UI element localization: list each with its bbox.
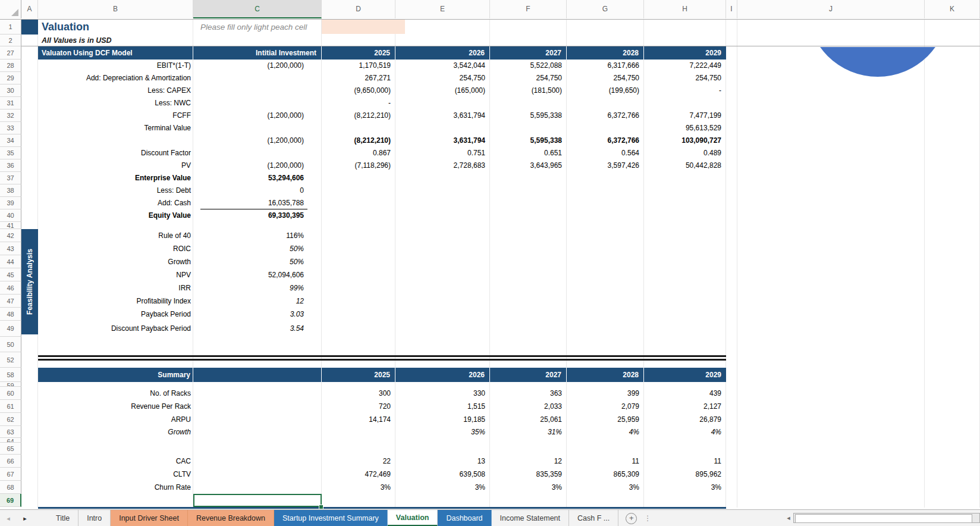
- selected-cell-outline[interactable]: [193, 494, 322, 507]
- summary-value[interactable]: 472,469: [322, 468, 395, 481]
- dcf-value[interactable]: 254,750: [395, 72, 490, 84]
- summary-value[interactable]: 22: [322, 455, 395, 468]
- feasibility-metric-label[interactable]: NPV: [38, 268, 193, 281]
- summary-row-label[interactable]: No. of Racks: [38, 387, 193, 400]
- dcf-value[interactable]: 5,595,338: [490, 109, 567, 122]
- row-header-41[interactable]: 41: [0, 222, 21, 229]
- row-header-43[interactable]: 43: [0, 242, 21, 255]
- dcf-value[interactable]: 6,372,766: [567, 109, 644, 122]
- horizontal-scrollbar-track[interactable]: [793, 513, 980, 523]
- row-header-35[interactable]: 35: [0, 147, 21, 159]
- summary-value[interactable]: 720: [322, 400, 395, 413]
- dcf-row-label[interactable]: Less: CAPEX: [38, 84, 193, 97]
- row-header-61[interactable]: 61: [0, 400, 21, 413]
- row-header-1[interactable]: 1: [0, 19, 21, 35]
- dcf-value[interactable]: (181,500): [490, 84, 567, 97]
- row-header-66[interactable]: 66: [0, 455, 21, 468]
- summary-value[interactable]: 4%: [644, 426, 726, 438]
- row-header-37[interactable]: 37: [0, 172, 21, 184]
- summary-value[interactable]: 3%: [644, 481, 726, 494]
- summary-row-label[interactable]: ARPU: [38, 413, 193, 426]
- summary-value[interactable]: 3%: [567, 481, 644, 494]
- metric-label[interactable]: Enterprise Value: [38, 172, 193, 184]
- row-header-2[interactable]: 2: [0, 35, 21, 46]
- summary-value[interactable]: 3%: [395, 481, 490, 494]
- summary-value[interactable]: 14,174: [322, 413, 395, 426]
- summary-value[interactable]: 26,879: [644, 413, 726, 426]
- summary-year-header-2027[interactable]: 2027: [490, 368, 567, 382]
- dcf-table-title[interactable]: Valuaton Using DCF Model: [38, 46, 193, 60]
- dcf-value[interactable]: 5,595,338: [490, 134, 567, 147]
- column-header-h[interactable]: H: [644, 0, 726, 18]
- feasibility-metric-value[interactable]: 12: [193, 295, 322, 308]
- column-header-g[interactable]: G: [567, 0, 644, 18]
- summary-row-label[interactable]: Churn Rate: [38, 481, 193, 494]
- summary-value[interactable]: 439: [644, 387, 726, 400]
- summary-year-header-2029[interactable]: 2029: [644, 368, 726, 382]
- row-header-67[interactable]: 67: [0, 468, 21, 481]
- row-header-32[interactable]: 32: [0, 109, 21, 122]
- feasibility-metric-value[interactable]: 99%: [193, 281, 322, 295]
- feasibility-metric-label[interactable]: Rule of 40: [38, 229, 193, 242]
- row-header-42[interactable]: 42: [0, 229, 21, 242]
- metric-value[interactable]: 0: [193, 184, 322, 197]
- add-sheet-icon[interactable]: +: [626, 513, 637, 524]
- dcf-value[interactable]: 3,542,044: [395, 60, 490, 72]
- summary-value[interactable]: 835,359: [490, 468, 567, 481]
- summary-header-spacer[interactable]: [193, 368, 322, 382]
- summary-value[interactable]: 330: [395, 387, 490, 400]
- select-all-corner[interactable]: [0, 0, 21, 18]
- dcf-year-header-2029[interactable]: 2029: [644, 46, 726, 60]
- dcf-row-label[interactable]: Terminal Value: [38, 122, 193, 134]
- sheet-tab-input-driver-sheet[interactable]: Input Driver Sheet: [111, 510, 188, 526]
- feasibility-metric-value[interactable]: 3.54: [193, 321, 322, 337]
- row-header-58[interactable]: 58: [0, 368, 21, 382]
- row-header-28[interactable]: 28: [0, 60, 21, 72]
- summary-value[interactable]: 19,185: [395, 413, 490, 426]
- dcf-value[interactable]: 95,613,529: [644, 122, 726, 134]
- dcf-initial-value[interactable]: (1,200,000): [193, 60, 322, 72]
- summary-row-label[interactable]: Revenue Per Rack: [38, 400, 193, 413]
- feasibility-metric-label[interactable]: Payback Period: [38, 308, 193, 321]
- summary-row-label[interactable]: CLTV: [38, 468, 193, 481]
- dcf-value[interactable]: -: [322, 97, 395, 109]
- metric-label[interactable]: Equity Value: [38, 209, 193, 222]
- dcf-value[interactable]: 254,750: [644, 72, 726, 84]
- dcf-value[interactable]: 0.489: [644, 147, 726, 159]
- tab-nav-right-icon[interactable]: ▸: [17, 510, 33, 526]
- summary-year-header-2025[interactable]: 2025: [322, 368, 395, 382]
- dcf-value[interactable]: 3,631,794: [395, 109, 490, 122]
- summary-value[interactable]: 11: [567, 455, 644, 468]
- row-header-44[interactable]: 44: [0, 255, 21, 268]
- feasibility-metric-value[interactable]: 3.03: [193, 308, 322, 321]
- feasibility-metric-value[interactable]: 52,094,606: [193, 268, 322, 281]
- dcf-value[interactable]: 254,750: [490, 72, 567, 84]
- summary-table-title[interactable]: Summary: [38, 368, 193, 382]
- dcf-year-header-2027[interactable]: 2027: [490, 46, 567, 60]
- dcf-value[interactable]: (199,650): [567, 84, 644, 97]
- summary-value[interactable]: 865,309: [567, 468, 644, 481]
- column-header-i[interactable]: I: [726, 0, 737, 18]
- dcf-value[interactable]: 7,477,199: [644, 109, 726, 122]
- dcf-value[interactable]: (8,212,210): [322, 134, 395, 147]
- row-header-63[interactable]: 63: [0, 426, 21, 438]
- row-header-62[interactable]: 62: [0, 413, 21, 426]
- row-header-68[interactable]: 68: [0, 481, 21, 494]
- metric-value[interactable]: 16,035,788: [193, 197, 322, 209]
- row-header-45[interactable]: 45: [0, 268, 21, 281]
- column-header-f[interactable]: F: [490, 0, 567, 18]
- summary-value[interactable]: 639,508: [395, 468, 490, 481]
- row-header-38[interactable]: 38: [0, 184, 21, 197]
- feasibility-metric-label[interactable]: ROIC: [38, 242, 193, 255]
- summary-value[interactable]: 3%: [322, 481, 395, 494]
- dcf-value[interactable]: 2,728,683: [395, 159, 490, 172]
- scroll-left-icon[interactable]: ◂: [784, 514, 793, 522]
- cell-a1-navy-fill[interactable]: [21, 19, 38, 35]
- column-header-e[interactable]: E: [395, 0, 490, 18]
- dcf-initial-value[interactable]: (1,200,000): [193, 159, 322, 172]
- metric-value[interactable]: 53,294,606: [193, 172, 322, 184]
- row-header-69[interactable]: 69: [0, 494, 21, 507]
- row-header-52[interactable]: 52: [0, 352, 21, 368]
- metric-value[interactable]: 69,330,395: [193, 209, 322, 222]
- sheet-tab-dashboard[interactable]: Dashboard: [438, 510, 491, 526]
